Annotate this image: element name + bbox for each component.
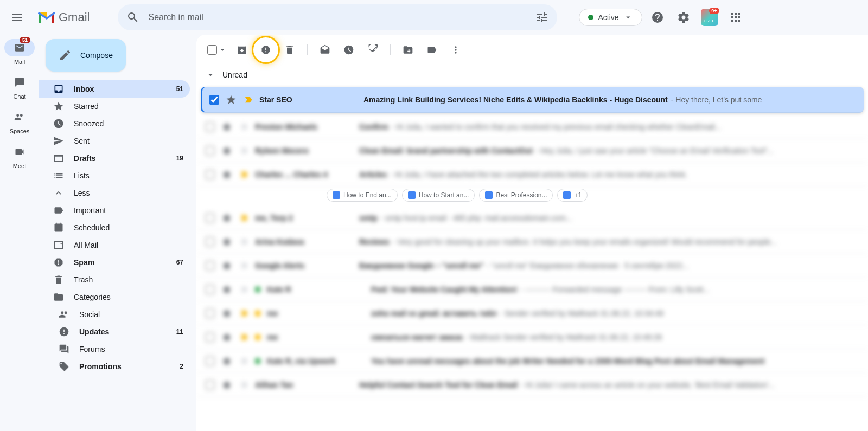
importance-marker[interactable]	[243, 95, 253, 105]
section-header-unread[interactable]: Unread	[196, 65, 868, 85]
row-checkbox[interactable]	[205, 308, 215, 318]
nav-item-spam[interactable]: Spam 67	[39, 254, 190, 271]
search-bar[interactable]	[118, 4, 557, 30]
email-row[interactable]: Kate R, via Upwork You have unread messa…	[196, 349, 868, 373]
nav-label: Sent	[74, 137, 174, 145]
email-row[interactable]: Preston Michaels Confirm - Hi Julia, I w…	[196, 115, 868, 139]
nav-item-less[interactable]: Less	[39, 184, 190, 202]
row-checkbox[interactable]	[205, 261, 215, 271]
select-all-checkbox[interactable]	[207, 45, 217, 55]
email-row[interactable]: me, Torp 2 smtp - smtp host:ip email - 4…	[196, 206, 868, 230]
email-row[interactable]: Ryleen Mecero Clean Email: brand partner…	[196, 139, 868, 163]
star-icon[interactable]	[221, 356, 232, 366]
row-sender: me	[267, 309, 365, 318]
nav-item-sent[interactable]: Sent	[39, 132, 190, 150]
row-checkbox[interactable]	[205, 285, 215, 294]
importance-marker[interactable]	[239, 261, 248, 271]
email-row[interactable]: me связаться насчет заказа - Mailtrack S…	[196, 325, 868, 349]
support-button[interactable]	[647, 7, 668, 28]
nav-item-inbox[interactable]: Inbox 51	[39, 80, 190, 98]
importance-marker[interactable]	[239, 170, 248, 179]
nav-item-promotions[interactable]: Promotions 2	[39, 358, 190, 375]
email-row[interactable]: Alihan Tan Helpful Contact Search Tool f…	[196, 373, 868, 397]
row-checkbox[interactable]	[209, 95, 219, 105]
star-icon[interactable]	[221, 236, 232, 247]
more-button[interactable]	[445, 39, 467, 61]
email-row[interactable]: Arina Kodava Reviews - Very good for cle…	[196, 230, 868, 254]
apps-button[interactable]	[725, 7, 746, 28]
search-options-button[interactable]	[531, 7, 553, 28]
email-row[interactable]: Google Alerts Ежедневное Google – "unrol…	[196, 254, 868, 278]
extension-button[interactable]: FREE 9+	[699, 7, 720, 28]
attachment-chip[interactable]: +1	[557, 189, 588, 202]
rail-meet[interactable]: Meet	[4, 143, 35, 169]
star-icon[interactable]	[221, 145, 232, 156]
star-icon[interactable]	[221, 121, 232, 132]
nav-item-starred[interactable]: Starred	[39, 98, 190, 115]
row-checkbox[interactable]	[205, 380, 215, 390]
rail-spaces[interactable]: Spaces	[4, 108, 35, 134]
row-sender: Arina Kodava	[255, 237, 353, 246]
main-menu-button[interactable]	[4, 4, 30, 30]
star-icon[interactable]	[221, 308, 232, 319]
row-checkbox[interactable]	[205, 213, 215, 223]
row-checkbox[interactable]	[205, 237, 215, 247]
select-all-wrap[interactable]	[205, 43, 229, 57]
star-icon[interactable]	[221, 260, 232, 271]
email-row[interactable]: Charles ... Charles 4 Articles - Hi Juli…	[196, 163, 868, 186]
attachment-chip[interactable]: How to Start an...	[402, 189, 475, 202]
row-checkbox[interactable]	[205, 122, 215, 132]
nav-item-snoozed[interactable]: Snoozed	[39, 115, 190, 132]
nav-item-lists[interactable]: Lists	[39, 167, 190, 184]
nav-item-social[interactable]: Social	[39, 306, 190, 323]
nav-item-scheduled[interactable]: Scheduled	[39, 219, 190, 236]
nav-item-all-mail[interactable]: All Mail	[39, 236, 190, 254]
rail-mail[interactable]: Mail 51	[4, 39, 35, 65]
rail-chat[interactable]: Chat	[4, 74, 35, 100]
star-icon[interactable]	[221, 284, 232, 295]
nav-item-categories[interactable]: Categories	[39, 288, 190, 306]
settings-button[interactable]	[673, 7, 694, 28]
move-button[interactable]	[397, 39, 419, 61]
importance-marker[interactable]	[239, 356, 248, 366]
importance-marker[interactable]	[239, 122, 248, 132]
importance-marker[interactable]	[239, 146, 248, 156]
labels-button[interactable]	[421, 39, 443, 61]
row-checkbox[interactable]	[205, 170, 215, 179]
mark-read-button[interactable]	[314, 39, 336, 61]
add-task-button[interactable]	[362, 39, 384, 61]
email-row[interactable]: me zoho mail vs gmail. вставить табл - S…	[196, 301, 868, 325]
snooze-button[interactable]	[338, 39, 360, 61]
report-spam-button[interactable]	[255, 39, 277, 61]
row-checkbox[interactable]	[205, 332, 215, 342]
archive-button[interactable]	[231, 39, 253, 61]
importance-marker[interactable]	[239, 332, 248, 342]
nav-item-trash[interactable]: Trash	[39, 271, 190, 288]
attachment-chip[interactable]: How to End an...	[327, 189, 398, 202]
nav-item-updates[interactable]: Updates 11	[39, 323, 190, 340]
importance-marker[interactable]	[239, 285, 248, 294]
attachment-chip[interactable]: Best Profession...	[479, 189, 553, 202]
search-input[interactable]	[144, 12, 531, 22]
star-icon[interactable]	[221, 213, 232, 223]
row-checkbox[interactable]	[205, 146, 215, 156]
importance-marker[interactable]	[239, 237, 248, 247]
status-chip[interactable]: Active	[579, 9, 642, 26]
importance-marker[interactable]	[239, 380, 248, 390]
importance-marker[interactable]	[239, 308, 248, 318]
star-icon[interactable]	[221, 379, 232, 390]
search-button[interactable]	[122, 7, 144, 28]
compose-button[interactable]: Compose	[46, 39, 126, 72]
delete-button[interactable]	[279, 39, 301, 61]
importance-marker[interactable]	[239, 213, 248, 223]
email-row[interactable]: Kate R Fwd: Your Website Caught My Atten…	[196, 278, 868, 301]
star-icon[interactable]	[221, 169, 232, 180]
nav-item-forums[interactable]: Forums	[39, 340, 190, 358]
star-icon[interactable]	[226, 94, 237, 105]
gmail-logo[interactable]: Gmail	[37, 10, 90, 25]
email-row[interactable]: Star SEO Amazing Link Building Services!…	[201, 87, 864, 113]
row-checkbox[interactable]	[205, 356, 215, 366]
nav-item-important[interactable]: Important	[39, 202, 190, 219]
nav-item-drafts[interactable]: Drafts 19	[39, 150, 190, 167]
star-icon[interactable]	[221, 332, 232, 343]
